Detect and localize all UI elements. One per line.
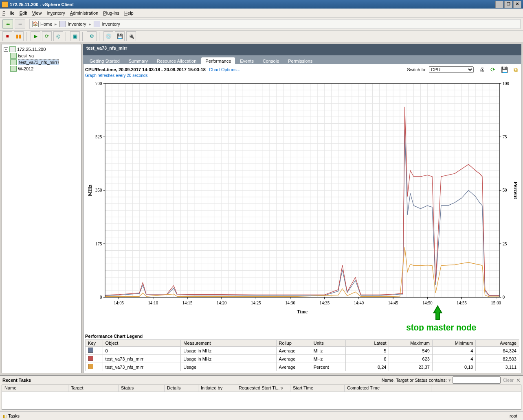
toolbar: ■ ▮▮ ▶ ⟳ ◎ ▣ ⚙ 💿 💾 🔌 <box>0 31 523 42</box>
tab-permissions[interactable]: Permissions <box>284 57 316 65</box>
divider <box>66 32 68 41</box>
legend-header[interactable]: Average <box>476 340 519 347</box>
svg-text:15:00: 15:00 <box>491 300 501 306</box>
menu-plugins[interactable]: Plug-ins <box>103 11 119 15</box>
legend-header[interactable]: Units <box>311 340 345 347</box>
legend-header[interactable]: Latest <box>345 340 389 347</box>
popout-icon[interactable]: ⧉ <box>512 66 519 73</box>
legend-row[interactable]: 0Usage in MHzAverageMHz5549464,324 <box>86 347 519 355</box>
stop-button[interactable]: ■ <box>2 31 12 41</box>
legend-header[interactable]: Minimum <box>432 340 476 347</box>
play-button[interactable]: ▶ <box>31 31 40 41</box>
task-column-header[interactable]: Initiated by <box>198 385 236 392</box>
dropdown-icon[interactable]: ▾ <box>448 378 451 383</box>
tab-console[interactable]: Console <box>259 57 283 65</box>
tab-summary[interactable]: Summary <box>125 57 152 65</box>
divider <box>26 32 28 41</box>
legend-cell: 0 <box>103 347 181 355</box>
tree-root[interactable]: − 172.25.11.200 <box>3 46 80 52</box>
snapshot-button[interactable]: ◎ <box>53 31 63 41</box>
usb-button[interactable]: 🔌 <box>126 31 136 41</box>
svg-text:25: 25 <box>503 241 507 246</box>
legend-header[interactable]: Measurement <box>181 340 276 347</box>
tab-getting-started[interactable]: Getting Started <box>86 57 124 65</box>
filter-input[interactable] <box>453 376 501 384</box>
edit-settings-button[interactable]: ⚙ <box>87 31 97 41</box>
legend-cell: test_va73_nfs_mirr <box>103 363 181 371</box>
legend-header[interactable]: Maximum <box>389 340 433 347</box>
task-column-header[interactable]: Name <box>2 385 68 392</box>
vm-icon <box>10 66 17 72</box>
status-tasks[interactable]: Tasks <box>8 413 20 418</box>
task-column-header[interactable]: Status <box>119 385 165 392</box>
print-icon[interactable]: 🖨 <box>478 66 485 73</box>
bc-inventory[interactable]: Inventory <box>68 22 86 26</box>
tasks-grid[interactable]: NameTargetStatusDetailsInitiated byReque… <box>2 385 521 410</box>
status-tasks-icon[interactable]: ◧ <box>2 413 7 419</box>
tab-events[interactable]: Events <box>236 57 258 65</box>
legend-cell: Percent <box>311 363 345 371</box>
inventory-icon <box>59 21 66 27</box>
legend-cell: Usage in MHz <box>181 355 276 363</box>
task-column-header[interactable]: Target <box>68 385 119 392</box>
recent-tasks: Recent Tasks Name, Target or Status cont… <box>0 375 523 411</box>
cd-button[interactable]: 💿 <box>103 31 113 41</box>
svg-text:700: 700 <box>95 81 102 86</box>
save-icon[interactable]: 💾 <box>501 66 508 73</box>
task-column-header[interactable]: Details <box>165 385 198 392</box>
tree-root-label: 172.25.11.200 <box>17 47 46 52</box>
clear-button[interactable]: Clear <box>503 378 514 383</box>
tree-item[interactable]: W-2012 <box>3 66 80 72</box>
legend-title: Performance Chart Legend <box>85 334 519 339</box>
switch-select[interactable]: CPU <box>429 66 474 73</box>
nav-forward-button[interactable]: ➡ <box>15 19 25 29</box>
tab-resource-allocation[interactable]: Resource Allocation <box>153 57 200 65</box>
legend-cell: MHz <box>311 347 345 355</box>
menu-view[interactable]: View <box>32 11 42 15</box>
bc-home[interactable]: Home <box>40 22 52 26</box>
close-button[interactable]: ✕ <box>513 1 521 8</box>
tree-item[interactable]: iscsi_va <box>3 52 80 59</box>
menu-edit[interactable]: Edit <box>20 11 27 15</box>
task-column-header[interactable]: Start Time <box>290 385 345 392</box>
restore-button[interactable]: ❐ <box>504 1 512 8</box>
task-column-header[interactable]: Requested Start Ti... ▽ <box>236 385 290 392</box>
menu-file[interactable]: File <box>2 11 15 15</box>
console-button[interactable]: ▣ <box>70 31 80 41</box>
menu-help[interactable]: Help <box>124 11 134 15</box>
nav-back-button[interactable]: ⬅ <box>2 19 13 29</box>
tree-item[interactable]: test_va73_nfs_mirr <box>3 59 80 66</box>
legend-header[interactable]: Object <box>103 340 181 347</box>
legend-header[interactable]: Rollup <box>276 340 311 347</box>
tab-performance[interactable]: Performance <box>201 57 235 65</box>
menu-administration[interactable]: Administration <box>70 11 99 15</box>
svg-text:Percent: Percent <box>513 182 518 199</box>
minimize-button[interactable]: _ <box>495 1 503 8</box>
task-column-header[interactable]: Completed Time <box>345 385 431 392</box>
menu-inventory[interactable]: Inventory <box>46 11 65 15</box>
svg-text:14:45: 14:45 <box>388 300 398 306</box>
refresh-button[interactable]: ⟳ <box>42 31 52 41</box>
legend-header[interactable]: Key <box>86 340 103 347</box>
refresh-icon[interactable]: ⟳ <box>489 66 497 73</box>
legend-row[interactable]: test_va73_nfs_mirrUsageAveragePercent0,2… <box>86 363 519 371</box>
statusbar: ◧ Tasks root <box>0 411 523 420</box>
inventory-icon <box>94 21 100 27</box>
inventory-tree[interactable]: − 172.25.11.200 iscsi_vatest_va73_nfs_mi… <box>2 44 81 373</box>
chevron-icon: ▸ <box>55 22 57 27</box>
pause-button[interactable]: ▮▮ <box>14 31 24 41</box>
legend-cell: 4 <box>432 347 476 355</box>
window-title: 172.25.11.200 - vSphere Client <box>10 2 74 7</box>
legend-cell: 4 <box>432 355 476 363</box>
collapse-icon[interactable]: − <box>4 47 8 52</box>
legend-cell: Usage in MHz <box>181 347 276 355</box>
home-icon[interactable]: 🏠 <box>32 21 39 27</box>
divider <box>99 32 101 41</box>
switch-label: Switch to: <box>407 67 426 72</box>
chart-options-link[interactable]: Chart Options... <box>209 67 240 72</box>
bc-inventory-2[interactable]: Inventory <box>102 22 120 26</box>
close-tasks-icon[interactable]: ✕ <box>516 377 521 383</box>
floppy-button[interactable]: 💾 <box>115 31 125 41</box>
legend-row[interactable]: test_va73_nfs_mirrUsage in MHzAverageMHz… <box>86 355 519 363</box>
chart-title: CPU/Real-time, 20.09.2017 14:03:18 - 20.… <box>85 67 206 72</box>
